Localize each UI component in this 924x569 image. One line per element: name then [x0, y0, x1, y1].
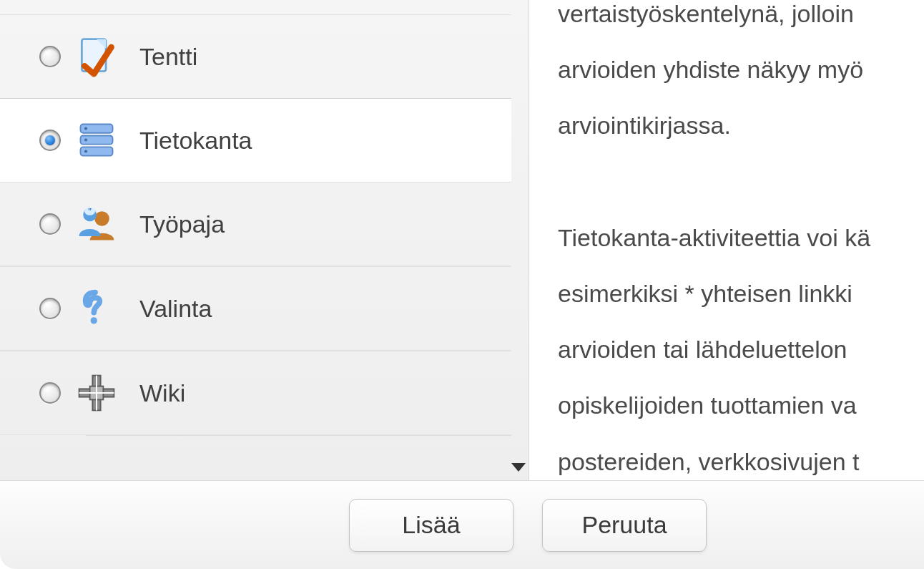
activity-description: vertaistyöskentelynä, jolloin arvioiden …: [558, 0, 924, 480]
activity-label-tentti: Tentti: [139, 43, 197, 71]
quiz-icon: [68, 35, 125, 78]
dialog-content: Tentti Tietokanta: [0, 0, 924, 480]
svg-point-13: [91, 317, 97, 324]
radio-wiki[interactable]: [39, 382, 61, 404]
activity-label-valinta: Valinta: [139, 295, 212, 323]
activity-item-valinta[interactable]: Valinta: [0, 266, 511, 351]
svg-point-7: [84, 150, 87, 152]
database-icon: [68, 119, 125, 162]
description-panel: vertaistyöskentelynä, jolloin arvioiden …: [529, 0, 924, 480]
radio-valinta[interactable]: [39, 298, 61, 319]
activity-chooser-dialog: Tentti Tietokanta: [0, 0, 924, 569]
radio-tietokanta[interactable]: [39, 130, 61, 151]
activity-list: Tentti Tietokanta: [0, 0, 511, 436]
choice-icon: [68, 287, 125, 330]
svg-point-6: [84, 138, 87, 141]
wiki-icon: [68, 371, 125, 414]
dialog-button-bar: Lisää Peruuta: [0, 480, 924, 569]
activity-label-wiki: Wiki: [139, 379, 185, 407]
activity-item-partial-top[interactable]: [0, 0, 511, 15]
cancel-button[interactable]: Peruuta: [542, 499, 707, 552]
svg-point-8: [94, 211, 109, 226]
activity-label-tietokanta: Tietokanta: [139, 127, 252, 155]
radio-tentti[interactable]: [39, 46, 61, 67]
scroll-down-icon[interactable]: [511, 463, 526, 472]
activity-list-panel: Tentti Tietokanta: [0, 0, 529, 480]
radio-tyopaja[interactable]: [39, 213, 61, 235]
activity-item-wiki[interactable]: Wiki: [0, 351, 511, 435]
svg-text:”: ”: [88, 208, 92, 215]
activity-item-tietokanta[interactable]: Tietokanta: [0, 98, 511, 183]
list-divider: [86, 435, 511, 436]
activity-item-tyopaja[interactable]: ” Työpaja: [0, 182, 511, 266]
svg-point-5: [84, 127, 87, 130]
workshop-icon: ”: [68, 203, 125, 245]
activity-label-tyopaja: Työpaja: [139, 210, 225, 238]
activity-item-tentti[interactable]: Tentti: [0, 14, 511, 99]
add-button[interactable]: Lisää: [349, 499, 513, 552]
